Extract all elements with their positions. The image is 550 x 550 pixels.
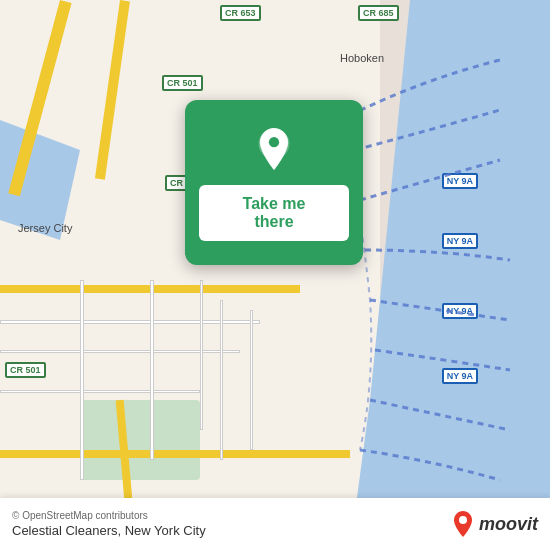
road-label-ny9a-2: NY 9A [442,233,478,249]
take-me-there-button[interactable]: Take me there [199,185,349,241]
map-park [80,400,200,480]
moovit-text: moovit [479,514,538,535]
bottom-bar: © OpenStreetMap contributors Celestial C… [0,498,550,550]
moovit-logo: moovit [451,510,538,538]
map-street-v1 [80,280,84,480]
map-street-v2 [150,280,154,460]
map-attribution: © OpenStreetMap contributors [12,510,206,521]
road-label-ny9a-4: NY 9A [442,368,478,384]
road-label-cr501-3: CR 501 [5,362,46,378]
map-label-hoboken: Hoboken [340,52,384,64]
map-street-waterfront [220,300,223,460]
map-road-i78 [0,450,350,458]
location-pin-icon [250,125,298,173]
map-street-v3 [200,280,203,430]
road-label-cr685: CR 685 [358,5,399,21]
map-street-waterfront2 [250,310,253,450]
road-label-ny9a-3: NY 9A [442,303,478,319]
map-water-hudson [350,0,550,550]
road-label-ny9a-1: NY 9A [442,173,478,189]
map-label-jersey-city: Jersey City [18,222,72,234]
map-container: Hoboken Jersey City NY 9A NY 9A NY 9A NY… [0,0,550,550]
svg-point-2 [459,516,467,524]
road-label-cr653: CR 653 [220,5,261,21]
svg-point-1 [269,137,279,147]
road-label-cr501-1: CR 501 [162,75,203,91]
map-street-3 [0,390,200,393]
place-name: Celestial Cleaners, New York City [12,523,206,538]
location-card: Take me there [185,100,363,265]
moovit-pin-icon [451,510,475,538]
map-street-2 [0,350,240,353]
